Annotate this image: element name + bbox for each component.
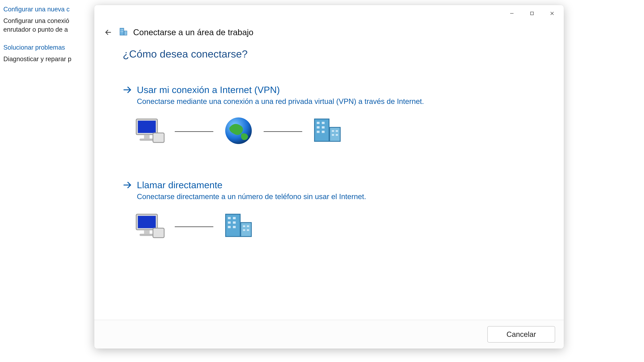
svg-rect-1 — [530, 12, 534, 15]
option-dial-desc: Conectarse directamente a un número de t… — [123, 192, 535, 201]
dialog-question: ¿Cómo desea conectarse? — [123, 48, 535, 60]
svg-rect-16 — [153, 133, 164, 142]
svg-rect-5 — [120, 28, 124, 35]
connector-line — [175, 131, 213, 132]
svg-rect-43 — [233, 226, 236, 228]
computer-icon — [133, 211, 166, 243]
option-vpn-desc: Conectarse mediante una conexión a una r… — [123, 97, 535, 106]
svg-rect-25 — [322, 131, 325, 133]
svg-rect-10 — [122, 31, 123, 32]
svg-rect-14 — [144, 135, 150, 139]
titlebar — [94, 5, 564, 22]
svg-rect-8 — [122, 29, 123, 30]
svg-rect-9 — [121, 31, 122, 32]
dialog-content: ¿Cómo desea conectarse? Usar mi conexión… — [94, 48, 564, 320]
svg-rect-34 — [140, 234, 154, 236]
svg-rect-46 — [243, 229, 245, 231]
maximize-button[interactable] — [522, 7, 542, 20]
svg-rect-19 — [330, 127, 340, 141]
computer-icon — [133, 116, 166, 147]
svg-rect-20 — [317, 122, 320, 124]
option-vpn-title: Usar mi conexión a Internet (VPN) — [137, 84, 280, 95]
svg-rect-23 — [322, 126, 325, 128]
svg-rect-38 — [228, 217, 231, 219]
svg-rect-44 — [243, 225, 245, 227]
minimize-button[interactable] — [502, 7, 522, 20]
option-dial[interactable]: Llamar directamente Conectarse directame… — [123, 178, 535, 267]
svg-rect-37 — [241, 223, 251, 237]
svg-rect-6 — [124, 31, 127, 35]
svg-rect-29 — [336, 134, 338, 136]
svg-rect-45 — [247, 225, 249, 227]
svg-rect-40 — [228, 221, 231, 224]
connector-line — [264, 131, 302, 132]
dial-diagram — [123, 201, 535, 266]
svg-rect-33 — [144, 230, 150, 234]
dialog-title: Conectarse a un área de trabajo — [133, 27, 254, 37]
svg-rect-39 — [233, 217, 236, 219]
option-dial-title: Llamar directamente — [137, 179, 222, 190]
svg-rect-35 — [153, 228, 164, 238]
dialog-footer: Cancelar — [94, 320, 564, 349]
server-icon — [222, 211, 255, 243]
back-button[interactable] — [103, 27, 114, 38]
svg-rect-42 — [228, 226, 231, 228]
connector-line — [175, 226, 213, 227]
svg-rect-15 — [140, 139, 154, 141]
svg-rect-32 — [138, 216, 156, 228]
svg-rect-28 — [332, 134, 334, 136]
svg-rect-41 — [233, 221, 236, 224]
close-button[interactable] — [542, 7, 562, 20]
arrow-right-icon — [123, 180, 132, 190]
svg-rect-24 — [317, 131, 320, 133]
wizard-dialog: Conectarse a un área de trabajo ¿Cómo de… — [94, 5, 564, 349]
globe-icon — [222, 116, 255, 147]
svg-rect-26 — [332, 130, 334, 132]
svg-rect-13 — [138, 121, 156, 133]
server-icon — [310, 116, 344, 147]
workplace-icon — [119, 27, 128, 38]
svg-rect-27 — [336, 130, 338, 132]
svg-rect-7 — [121, 29, 122, 30]
svg-rect-47 — [247, 229, 249, 231]
dialog-header: Conectarse a un área de trabajo — [94, 22, 564, 48]
vpn-diagram — [123, 106, 535, 171]
svg-rect-22 — [317, 126, 320, 128]
arrow-right-icon — [123, 85, 132, 94]
option-vpn[interactable]: Usar mi conexión a Internet (VPN) Conect… — [123, 83, 535, 172]
cancel-button[interactable]: Cancelar — [487, 326, 555, 343]
svg-rect-21 — [322, 122, 325, 124]
